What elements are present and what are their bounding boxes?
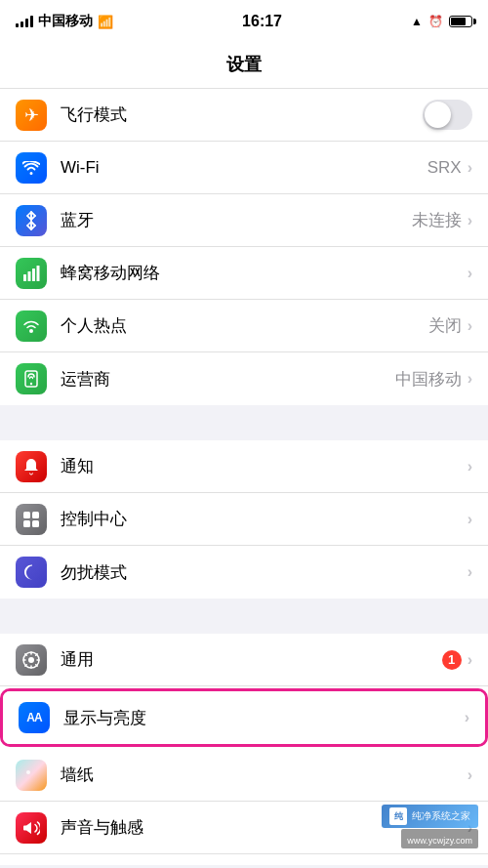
notification-row[interactable]: 通知 › bbox=[0, 440, 488, 493]
display-icon: AA bbox=[19, 702, 50, 733]
watermark-url: www.ycwjzy.com bbox=[407, 836, 472, 846]
notifications-group: 通知 › 控制中心 › bbox=[0, 440, 488, 599]
clock: 16:17 bbox=[242, 13, 282, 30]
sound-icon bbox=[16, 812, 47, 844]
wifi-row[interactable]: Wi-Fi SRX › bbox=[0, 142, 488, 194]
bluetooth-row[interactable]: 蓝牙 未连接 › bbox=[0, 194, 488, 247]
svg-rect-16 bbox=[23, 520, 30, 527]
display-row[interactable]: AA 显示与亮度 › bbox=[3, 691, 485, 744]
control-chevron: › bbox=[468, 511, 472, 528]
toggle-knob bbox=[425, 102, 451, 128]
bluetooth-chevron: › bbox=[468, 212, 472, 229]
wallpaper-row[interactable]: 墙纸 › bbox=[0, 749, 488, 802]
wifi-icon bbox=[16, 152, 47, 184]
svg-rect-9 bbox=[32, 269, 35, 281]
notifications-group-inner: 通知 › 控制中心 › bbox=[0, 440, 488, 599]
svg-rect-17 bbox=[32, 520, 39, 527]
cellular-label: 蜂窝移动网络 bbox=[61, 262, 468, 284]
svg-point-13 bbox=[30, 383, 32, 385]
bluetooth-label: 蓝牙 bbox=[61, 209, 412, 231]
general-icon bbox=[16, 644, 47, 676]
control-icon bbox=[16, 504, 47, 535]
notification-icon bbox=[16, 451, 47, 482]
watermark-name: 纯净系统之家 bbox=[412, 809, 470, 823]
battery-fill bbox=[451, 18, 466, 25]
page-title: 设置 bbox=[226, 55, 262, 74]
airplane-icon: ✈ bbox=[16, 100, 47, 131]
carrier-label: 中国移动 bbox=[38, 13, 93, 30]
control-label: 控制中心 bbox=[61, 508, 468, 530]
hotspot-label: 个人热点 bbox=[61, 314, 428, 337]
general-badge: 1 bbox=[442, 650, 462, 670]
airplane-label: 飞行模式 bbox=[61, 103, 423, 126]
battery-icon bbox=[449, 16, 472, 27]
svg-rect-7 bbox=[23, 274, 26, 281]
location-icon: ▲ bbox=[411, 15, 423, 28]
cellular-chevron: › bbox=[468, 265, 472, 282]
control-row[interactable]: 控制中心 › bbox=[0, 493, 488, 546]
carrier-icon bbox=[16, 363, 47, 394]
dnd-chevron: › bbox=[468, 563, 472, 581]
hotspot-row[interactable]: 个人热点 关闭 › bbox=[0, 300, 488, 352]
carrier-label: 运营商 bbox=[61, 368, 395, 391]
wifi-value: SRX bbox=[427, 158, 462, 178]
notification-label: 通知 bbox=[61, 455, 468, 477]
svg-rect-15 bbox=[32, 512, 39, 518]
dnd-row[interactable]: 勿扰模式 › bbox=[0, 546, 488, 599]
wallpaper-label: 墙纸 bbox=[61, 764, 468, 786]
bluetooth-value: 未连接 bbox=[412, 209, 462, 231]
network-group: ✈ 飞行模式 Wi-Fi SRX › bbox=[0, 89, 488, 405]
wallpaper-chevron: › bbox=[468, 766, 472, 784]
svg-point-11 bbox=[29, 329, 33, 333]
status-bar: 中国移动 📶 16:17 ▲ ⏰ bbox=[0, 0, 488, 43]
separator-2 bbox=[0, 606, 488, 634]
svg-point-20 bbox=[26, 770, 30, 774]
network-group-inner: ✈ 飞行模式 Wi-Fi SRX › bbox=[0, 89, 488, 405]
general-row[interactable]: 通用 1 › bbox=[0, 634, 488, 686]
airplane-row[interactable]: ✈ 飞行模式 bbox=[0, 89, 488, 142]
settings-container: ✈ 飞行模式 Wi-Fi SRX › bbox=[0, 89, 488, 865]
wifi-icon: 📶 bbox=[98, 15, 113, 29]
display-highlighted-container: AA 显示与亮度 › bbox=[0, 688, 488, 747]
carrier-row[interactable]: 运营商 中国移动 › bbox=[0, 352, 488, 405]
watermark: 纯 纯净系统之家 www.ycwjzy.com bbox=[382, 805, 478, 848]
cellular-row[interactable]: 蜂窝移动网络 › bbox=[0, 247, 488, 300]
dnd-label: 勿扰模式 bbox=[61, 561, 468, 584]
alarm-icon: ⏰ bbox=[428, 15, 443, 28]
cellular-icon bbox=[16, 258, 47, 289]
notification-chevron: › bbox=[468, 458, 472, 475]
status-left: 中国移动 📶 bbox=[16, 13, 113, 30]
svg-rect-14 bbox=[23, 512, 30, 518]
dnd-icon bbox=[16, 557, 47, 588]
wifi-chevron: › bbox=[468, 159, 472, 177]
display-label: 显示与亮度 bbox=[63, 707, 465, 729]
hotspot-value: 关闭 bbox=[428, 314, 462, 337]
wifi-label: Wi-Fi bbox=[61, 158, 427, 178]
wallpaper-icon bbox=[16, 760, 47, 791]
hotspot-chevron: › bbox=[468, 317, 472, 335]
carrier-chevron: › bbox=[468, 370, 472, 388]
siri-row[interactable]: Siri 与搜索 › bbox=[0, 854, 488, 865]
bluetooth-icon bbox=[16, 205, 47, 236]
general-chevron: › bbox=[468, 651, 472, 669]
svg-rect-10 bbox=[37, 266, 40, 281]
display-chevron: › bbox=[465, 709, 469, 726]
status-right: ▲ ⏰ bbox=[411, 15, 472, 28]
carrier-value: 中国移动 bbox=[395, 368, 462, 391]
general-label: 通用 bbox=[61, 648, 442, 671]
svg-rect-8 bbox=[28, 271, 31, 281]
hotspot-icon bbox=[16, 310, 47, 342]
svg-point-19 bbox=[28, 657, 34, 663]
separator-1 bbox=[0, 413, 488, 440]
airplane-toggle[interactable] bbox=[423, 100, 472, 130]
page-header: 设置 bbox=[0, 43, 488, 89]
signal-icon bbox=[16, 16, 33, 27]
